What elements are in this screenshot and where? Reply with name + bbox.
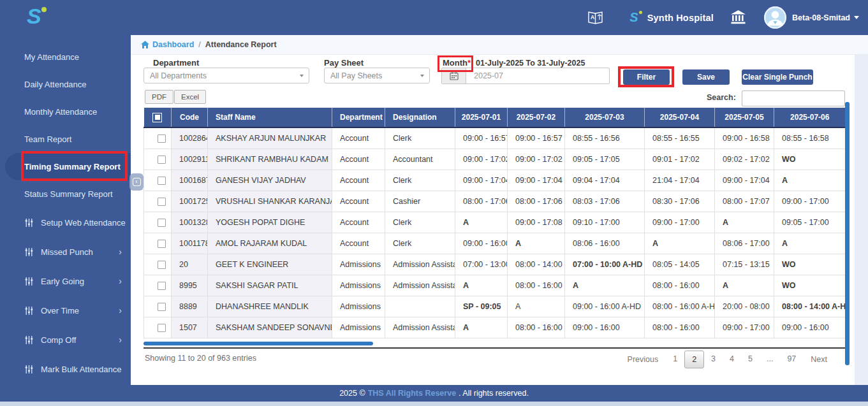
select-all-checkbox-header[interactable]: [144, 108, 172, 127]
row-checkbox[interactable]: [158, 198, 166, 206]
sidebar-item-label: Daily Attendance: [24, 80, 87, 89]
previous-page-button[interactable]: Previous: [620, 351, 666, 368]
page-button-5[interactable]: 5: [741, 351, 760, 368]
cell-designation: [385, 296, 455, 317]
cell-designation: Accountant: [385, 149, 455, 170]
row-checkbox[interactable]: [158, 219, 166, 227]
cell-day: 08:06 - 16:00: [565, 233, 645, 254]
month-input-group[interactable]: 2025-07: [441, 68, 610, 84]
cell-day: A: [715, 275, 774, 296]
column-header-2025-07-04[interactable]: 2025-07-04: [645, 108, 715, 127]
department-select[interactable]: All Departments: [143, 68, 309, 83]
excel-export-button[interactable]: Excel: [174, 90, 206, 104]
clear-single-punch-button[interactable]: Clear Single Punch: [742, 69, 813, 85]
app-logo[interactable]: S: [27, 4, 41, 29]
month-input[interactable]: 2025-07: [466, 68, 609, 83]
cell-day: WO: [774, 254, 846, 275]
bank-icon[interactable]: [730, 10, 746, 25]
page-button-4[interactable]: 4: [723, 351, 741, 368]
breadcrumb-separator: /: [198, 40, 200, 49]
user-menu[interactable]: Beta-08-Smitad: [792, 13, 850, 22]
sidebar-item-monthly-attendance[interactable]: Monthly Attendance ›: [0, 98, 131, 126]
cell-day: 08:00 - 17:06: [455, 191, 508, 212]
sidebar-item-timing-summary-report[interactable]: Timing Summary Report ›: [5, 153, 131, 180]
paysheet-select[interactable]: All Pay Sheets: [324, 68, 430, 83]
column-header-staff-name[interactable]: Staff Name: [208, 108, 332, 127]
cell-day: 09:02 - 17:02: [715, 149, 774, 170]
cell-day: 09:10 - 17:00: [565, 212, 645, 233]
month-label: Month*: [443, 58, 471, 68]
footer-link[interactable]: THS All Rights Reserve: [368, 389, 456, 398]
cell-day: 08:00 - 16:00 A-HD: [645, 296, 715, 317]
avatar[interactable]: [764, 6, 786, 29]
translate-icon[interactable]: A: [587, 10, 604, 25]
cell-day: A: [455, 317, 508, 338]
cell-day: 08:55 - 16:58: [774, 127, 846, 149]
sidebar-item-status-summary-report[interactable]: Status Summary Report ›: [0, 180, 131, 208]
next-page-button[interactable]: Next: [803, 351, 835, 368]
filter-button[interactable]: Filter: [623, 69, 670, 85]
save-button[interactable]: Save: [682, 69, 730, 85]
row-checkbox[interactable]: [158, 303, 166, 311]
row-checkbox[interactable]: [158, 240, 166, 248]
column-header-code[interactable]: Code: [172, 108, 208, 127]
cell-day: 09:04 - 17:04: [565, 170, 645, 191]
cell-day: 09:00 - 17:00: [645, 212, 715, 233]
sidebar-item-daily-attendance[interactable]: Daily Attendance ›: [0, 71, 131, 98]
column-header-2025-07-02[interactable]: 2025-07-02: [508, 108, 565, 127]
right-gutter: [855, 55, 868, 385]
cell-day: 09:05 - 17:00: [774, 212, 846, 233]
page-button-2[interactable]: 2: [684, 351, 704, 368]
vertical-scrollbar-thumb[interactable]: [845, 102, 850, 365]
cell-staff-name: SAKSHI SAGAR PATIL: [208, 275, 332, 296]
cell-designation: Clerk: [385, 127, 455, 149]
row-checkbox[interactable]: [158, 261, 166, 269]
column-header-2025-07-01[interactable]: 2025-07-01: [455, 108, 508, 127]
page-button-...[interactable]: ...: [760, 351, 780, 368]
row-checkbox[interactable]: [158, 156, 166, 164]
page-button-97[interactable]: 97: [780, 351, 803, 368]
sidebar-item-comp-off[interactable]: Comp Off ›: [0, 325, 131, 354]
cell-designation: Admission Assistant: [385, 317, 455, 338]
select-all-checkbox[interactable]: [152, 113, 162, 122]
logo-dot: [41, 7, 47, 12]
entries-info: Showing 11 to 20 of 963 entries: [145, 354, 256, 363]
row-checkbox[interactable]: [158, 177, 166, 185]
cell-department: Account: [332, 212, 385, 233]
sidebar-item-early-going[interactable]: Early Going ›: [0, 266, 131, 296]
pdf-export-button[interactable]: PDF: [145, 90, 173, 104]
sidebar-item-setup-web-attendance[interactable]: Setup Web Attendance ›: [0, 208, 131, 237]
sidebar-item-over-time[interactable]: Over Time ›: [0, 296, 131, 325]
search-label: Search:: [707, 93, 736, 102]
search-input[interactable]: [742, 91, 845, 106]
cell-day: 08:00 - 17:07: [715, 191, 774, 212]
cell-code: 8889: [172, 296, 208, 317]
column-header-2025-07-06[interactable]: 2025-07-06: [774, 108, 846, 127]
page-button-1[interactable]: 1: [666, 351, 684, 368]
sidebar-item-team-report[interactable]: Team Report ›: [0, 126, 131, 153]
cell-day: 07:00 - 13:00: [455, 254, 508, 275]
horizontal-scrollbar-thumb[interactable]: [143, 342, 373, 345]
top-header-bar: S A S Synth Hospital Beta-08-Smitad: [0, 0, 868, 35]
sidebar-item-mark-bulk-attendance[interactable]: Mark Bulk Attendance ›: [0, 354, 131, 384]
column-header-2025-07-03[interactable]: 2025-07-03: [565, 108, 645, 127]
breadcrumb: Dashboard / Attendance Report: [131, 35, 868, 55]
cell-day: A: [774, 170, 846, 191]
page-button-3[interactable]: 3: [704, 351, 723, 368]
row-checkbox[interactable]: [158, 324, 166, 332]
sidebar-item-my-attendance[interactable]: My Attendance ›: [0, 43, 131, 71]
row-checkbox[interactable]: [158, 134, 166, 143]
column-header-2025-07-05[interactable]: 2025-07-05: [715, 108, 774, 127]
sidebar-item-missed-punch[interactable]: Missed Punch ›: [0, 237, 131, 266]
cell-day: A: [455, 212, 508, 233]
cell-day: 08:00 - 16:00: [508, 275, 565, 296]
cell-day: A: [508, 296, 565, 317]
cell-day: 08:00 - 14:00 A-HD: [774, 296, 846, 317]
row-checkbox[interactable]: [158, 282, 166, 290]
breadcrumb-dashboard-link[interactable]: Dashboard: [141, 40, 194, 49]
cell-department: Admissions: [332, 317, 385, 338]
cell-day: A: [645, 233, 715, 254]
column-header-designation[interactable]: Designation: [385, 108, 455, 127]
column-header-department[interactable]: Department: [332, 108, 385, 127]
sidebar-collapse-handle[interactable]: ‹: [129, 173, 143, 191]
